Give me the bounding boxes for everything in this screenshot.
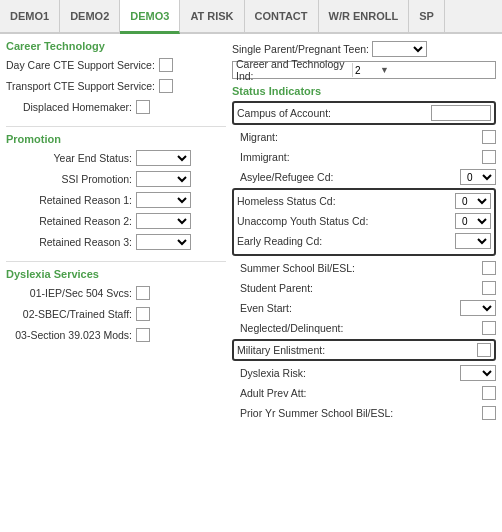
tab-wr-enroll[interactable]: W/R ENROLL bbox=[319, 0, 410, 32]
iep-checkbox[interactable] bbox=[136, 286, 150, 300]
displaced-label: Displaced Homemaker: bbox=[6, 101, 136, 113]
adult-prev-checkbox[interactable] bbox=[482, 386, 496, 400]
single-parent-label: Single Parent/Pregnant Teen: bbox=[232, 43, 372, 55]
career-tech-value[interactable] bbox=[352, 63, 380, 77]
displaced-checkbox[interactable] bbox=[136, 100, 150, 114]
asylee-label: Asylee/Refugee Cd: bbox=[232, 171, 460, 183]
student-parent-row: Student Parent: bbox=[232, 279, 496, 297]
iep-label: 01-IEP/Sec 504 Svcs: bbox=[6, 287, 136, 299]
transport-label: Transport CTE Support Service: bbox=[6, 80, 159, 92]
displaced-row: Displaced Homemaker: bbox=[6, 98, 226, 116]
left-column: Career Technology Day Care CTE Support S… bbox=[6, 40, 226, 428]
military-highlight: Military Enlistment: bbox=[232, 339, 496, 361]
military-checkbox[interactable] bbox=[477, 343, 491, 357]
even-start-row: Even Start: bbox=[232, 299, 496, 317]
career-technology-title: Career Technology bbox=[6, 40, 226, 52]
section-checkbox[interactable] bbox=[136, 328, 150, 342]
dyslexia-risk-select[interactable] bbox=[460, 365, 496, 381]
retained1-row: Retained Reason 1: bbox=[6, 191, 226, 209]
adult-prev-label: Adult Prev Att: bbox=[232, 387, 482, 399]
unaccomp-label: Unaccomp Youth Status Cd: bbox=[237, 215, 455, 227]
retained2-label: Retained Reason 2: bbox=[6, 215, 136, 227]
promotion-section: Promotion Year End Status: SSI Promotion… bbox=[6, 133, 226, 251]
ssi-select[interactable] bbox=[136, 171, 191, 187]
retained2-row: Retained Reason 2: bbox=[6, 212, 226, 230]
tab-demo2[interactable]: DEMO2 bbox=[60, 0, 120, 32]
dyslexia-section: Dyslexia Services 01-IEP/Sec 504 Svcs: 0… bbox=[6, 268, 226, 344]
single-parent-row: Single Parent/Pregnant Teen: bbox=[232, 40, 496, 58]
neglected-row: Neglected/Delinquent: bbox=[232, 319, 496, 337]
prior-yr-checkbox[interactable] bbox=[482, 406, 496, 420]
tab-demo3[interactable]: DEMO3 bbox=[120, 0, 180, 34]
retained3-select[interactable] bbox=[136, 234, 191, 250]
early-reading-label: Early Reading Cd: bbox=[237, 235, 455, 247]
tab-at-risk[interactable]: AT RISK bbox=[180, 0, 244, 32]
campus-label: Campus of Account: bbox=[237, 107, 431, 119]
unaccomp-select[interactable]: 0 bbox=[455, 213, 491, 229]
early-reading-row: Early Reading Cd: bbox=[237, 232, 491, 250]
day-care-checkbox[interactable] bbox=[159, 58, 173, 72]
retained1-label: Retained Reason 1: bbox=[6, 194, 136, 206]
campus-input[interactable] bbox=[431, 105, 491, 121]
dyslexia-risk-row: Dyslexia Risk: bbox=[232, 364, 496, 382]
dyslexia-risk-label: Dyslexia Risk: bbox=[232, 367, 460, 379]
even-start-label: Even Start: bbox=[232, 302, 460, 314]
retained3-row: Retained Reason 3: bbox=[6, 233, 226, 251]
even-start-select[interactable] bbox=[460, 300, 496, 316]
sbec-checkbox[interactable] bbox=[136, 307, 150, 321]
promotion-title: Promotion bbox=[6, 133, 226, 145]
neglected-checkbox[interactable] bbox=[482, 321, 496, 335]
career-tech-field[interactable]: Career and Technology Ind: ▼ bbox=[232, 61, 496, 79]
day-care-label: Day Care CTE Support Service: bbox=[6, 59, 159, 71]
top-right-section: Single Parent/Pregnant Teen: Career and … bbox=[232, 40, 496, 79]
day-care-row: Day Care CTE Support Service: bbox=[6, 56, 226, 74]
migrant-checkbox[interactable] bbox=[482, 130, 496, 144]
sbec-row: 02-SBEC/Trained Staff: bbox=[6, 305, 226, 323]
year-end-select[interactable] bbox=[136, 150, 191, 166]
student-parent-label: Student Parent: bbox=[232, 282, 482, 294]
retained2-select[interactable] bbox=[136, 213, 191, 229]
main-content: Career Technology Day Care CTE Support S… bbox=[0, 34, 502, 434]
asylee-row: Asylee/Refugee Cd: 0 bbox=[232, 168, 496, 186]
prior-yr-label: Prior Yr Summer School Bil/ESL: bbox=[232, 407, 482, 419]
homeless-label: Homeless Status Cd: bbox=[237, 195, 455, 207]
section-label: 03-Section 39.023 Mods: bbox=[6, 329, 136, 341]
adult-prev-row: Adult Prev Att: bbox=[232, 384, 496, 402]
homeless-select[interactable]: 0 bbox=[455, 193, 491, 209]
retained1-select[interactable] bbox=[136, 192, 191, 208]
summer-bilingual-label: Summer School Bil/ESL: bbox=[232, 262, 482, 274]
tab-demo1[interactable]: DEMO1 bbox=[0, 0, 60, 32]
campus-row: Campus of Account: bbox=[232, 101, 496, 125]
immigrant-row: Immigrant: bbox=[232, 148, 496, 166]
tab-bar: DEMO1 DEMO2 DEMO3 AT RISK CONTACT W/R EN… bbox=[0, 0, 502, 34]
early-reading-select[interactable] bbox=[455, 233, 491, 249]
career-tech-arrow: ▼ bbox=[380, 65, 492, 75]
asylee-select[interactable]: 0 bbox=[460, 169, 496, 185]
group-highlight: Homeless Status Cd: 0 Unaccomp Youth Sta… bbox=[232, 188, 496, 256]
tab-contact[interactable]: CONTACT bbox=[245, 0, 319, 32]
transport-row: Transport CTE Support Service: bbox=[6, 77, 226, 95]
ssi-row: SSI Promotion: bbox=[6, 170, 226, 188]
career-technology-section: Career Technology Day Care CTE Support S… bbox=[6, 40, 226, 116]
iep-row: 01-IEP/Sec 504 Svcs: bbox=[6, 284, 226, 302]
prior-yr-row: Prior Yr Summer School Bil/ESL: bbox=[232, 404, 496, 422]
migrant-row: Migrant: bbox=[232, 128, 496, 146]
immigrant-label: Immigrant: bbox=[232, 151, 482, 163]
military-label: Military Enlistment: bbox=[237, 344, 477, 356]
neglected-label: Neglected/Delinquent: bbox=[232, 322, 482, 334]
migrant-label: Migrant: bbox=[232, 131, 482, 143]
student-parent-checkbox[interactable] bbox=[482, 281, 496, 295]
ssi-label: SSI Promotion: bbox=[6, 173, 136, 185]
transport-checkbox[interactable] bbox=[159, 79, 173, 93]
dyslexia-title: Dyslexia Services bbox=[6, 268, 226, 280]
unaccomp-row: Unaccomp Youth Status Cd: 0 bbox=[237, 212, 491, 230]
single-parent-select[interactable] bbox=[372, 41, 427, 57]
year-end-label: Year End Status: bbox=[6, 152, 136, 164]
tab-sp[interactable]: SP bbox=[409, 0, 445, 32]
immigrant-checkbox[interactable] bbox=[482, 150, 496, 164]
homeless-row: Homeless Status Cd: 0 bbox=[237, 192, 491, 210]
status-indicators-section: Status Indicators Campus of Account: Mig… bbox=[232, 85, 496, 422]
summer-bilingual-checkbox[interactable] bbox=[482, 261, 496, 275]
year-end-row: Year End Status: bbox=[6, 149, 226, 167]
right-column: Single Parent/Pregnant Teen: Career and … bbox=[232, 40, 496, 428]
